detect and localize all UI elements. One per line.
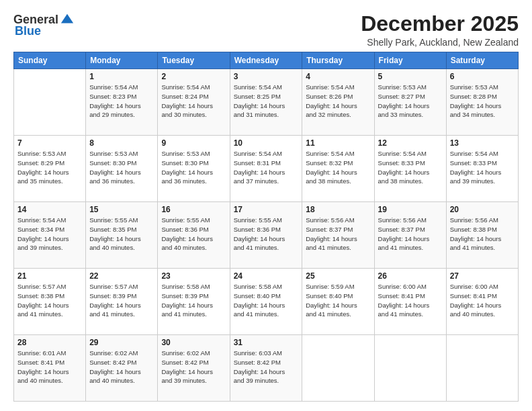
- title-block: December 2025 Shelly Park, Auckland, New…: [361, 12, 519, 48]
- day-number: 9: [161, 138, 226, 148]
- day-of-week-thursday: Thursday: [302, 52, 374, 69]
- day-of-week-saturday: Saturday: [446, 52, 518, 69]
- logo-icon: [60, 12, 75, 27]
- calendar-week-row: 28Sunrise: 6:01 AMSunset: 8:41 PMDayligh…: [14, 335, 519, 402]
- day-info: Sunrise: 6:02 AMSunset: 8:42 PMDaylight:…: [161, 349, 226, 385]
- calendar-week-row: 21Sunrise: 5:57 AMSunset: 8:38 PMDayligh…: [14, 269, 519, 335]
- day-info: Sunrise: 5:54 AMSunset: 8:25 PMDaylight:…: [234, 83, 299, 120]
- day-number: 3: [234, 72, 299, 81]
- location: Shelly Park, Auckland, New Zealand: [361, 37, 519, 48]
- logo: General Blue: [13, 12, 75, 38]
- calendar-cell: 23Sunrise: 5:58 AMSunset: 8:39 PMDayligh…: [158, 269, 230, 335]
- day-number: 22: [89, 271, 154, 281]
- day-number: 29: [89, 338, 154, 347]
- calendar-cell: 25Sunrise: 5:59 AMSunset: 8:40 PMDayligh…: [302, 269, 374, 335]
- calendar-cell: 18Sunrise: 5:56 AMSunset: 8:37 PMDayligh…: [302, 202, 374, 269]
- calendar-cell: 13Sunrise: 5:54 AMSunset: 8:33 PMDayligh…: [446, 136, 518, 202]
- day-info: Sunrise: 5:55 AMSunset: 8:36 PMDaylight:…: [234, 216, 299, 253]
- page: General Blue December 2025 Shelly Park, …: [0, 0, 532, 411]
- day-info: Sunrise: 5:57 AMSunset: 8:39 PMDaylight:…: [89, 282, 154, 319]
- day-number: 7: [17, 138, 82, 148]
- day-info: Sunrise: 5:54 AMSunset: 8:26 PMDaylight:…: [306, 83, 370, 120]
- calendar-cell: 17Sunrise: 5:55 AMSunset: 8:36 PMDayligh…: [230, 202, 302, 269]
- calendar-cell: 19Sunrise: 5:56 AMSunset: 8:37 PMDayligh…: [374, 202, 446, 269]
- day-number: 15: [89, 205, 154, 214]
- calendar-cell: 22Sunrise: 5:57 AMSunset: 8:39 PMDayligh…: [86, 269, 158, 335]
- calendar-week-row: 14Sunrise: 5:54 AMSunset: 8:34 PMDayligh…: [14, 202, 519, 269]
- day-info: Sunrise: 5:53 AMSunset: 8:28 PMDaylight:…: [450, 83, 515, 120]
- calendar-cell: [302, 335, 374, 402]
- day-number: 23: [161, 271, 226, 281]
- day-info: Sunrise: 6:00 AMSunset: 8:41 PMDaylight:…: [450, 282, 515, 319]
- calendar-header-row: SundayMondayTuesdayWednesdayThursdayFrid…: [14, 52, 519, 69]
- day-of-week-monday: Monday: [86, 52, 158, 69]
- day-number: 27: [450, 271, 515, 281]
- day-number: 18: [306, 205, 370, 214]
- day-info: Sunrise: 5:54 AMSunset: 8:32 PMDaylight:…: [306, 149, 370, 186]
- day-info: Sunrise: 5:58 AMSunset: 8:40 PMDaylight:…: [234, 282, 299, 319]
- calendar-cell: 30Sunrise: 6:02 AMSunset: 8:42 PMDayligh…: [158, 335, 230, 402]
- day-of-week-tuesday: Tuesday: [158, 52, 230, 69]
- day-info: Sunrise: 5:54 AMSunset: 8:34 PMDaylight:…: [17, 216, 82, 253]
- day-info: Sunrise: 5:53 AMSunset: 8:27 PMDaylight:…: [378, 83, 443, 120]
- day-info: Sunrise: 5:59 AMSunset: 8:40 PMDaylight:…: [306, 282, 370, 319]
- calendar-cell: 14Sunrise: 5:54 AMSunset: 8:34 PMDayligh…: [14, 202, 86, 269]
- logo-blue-text: Blue: [15, 24, 41, 38]
- day-number: 25: [306, 271, 370, 281]
- day-info: Sunrise: 6:01 AMSunset: 8:41 PMDaylight:…: [17, 349, 82, 385]
- calendar-cell: 12Sunrise: 5:54 AMSunset: 8:33 PMDayligh…: [374, 136, 446, 202]
- day-info: Sunrise: 5:53 AMSunset: 8:30 PMDaylight:…: [89, 149, 154, 186]
- day-number: 21: [17, 271, 82, 281]
- day-number: 6: [450, 72, 515, 81]
- calendar-cell: 27Sunrise: 6:00 AMSunset: 8:41 PMDayligh…: [446, 269, 518, 335]
- day-info: Sunrise: 6:02 AMSunset: 8:42 PMDaylight:…: [89, 349, 154, 385]
- day-number: 4: [306, 72, 370, 81]
- calendar-cell: 11Sunrise: 5:54 AMSunset: 8:32 PMDayligh…: [302, 136, 374, 202]
- day-number: 28: [17, 338, 82, 347]
- day-of-week-wednesday: Wednesday: [230, 52, 302, 69]
- calendar-cell: 8Sunrise: 5:53 AMSunset: 8:30 PMDaylight…: [86, 136, 158, 202]
- calendar-cell: 29Sunrise: 6:02 AMSunset: 8:42 PMDayligh…: [86, 335, 158, 402]
- day-info: Sunrise: 5:53 AMSunset: 8:30 PMDaylight:…: [161, 149, 226, 186]
- day-number: 5: [378, 72, 443, 81]
- svg-marker-0: [61, 14, 73, 24]
- day-number: 17: [234, 205, 299, 214]
- calendar-cell: 20Sunrise: 5:56 AMSunset: 8:38 PMDayligh…: [446, 202, 518, 269]
- calendar-cell: 2Sunrise: 5:54 AMSunset: 8:24 PMDaylight…: [158, 69, 230, 136]
- calendar-cell: 28Sunrise: 6:01 AMSunset: 8:41 PMDayligh…: [14, 335, 86, 402]
- day-info: Sunrise: 5:53 AMSunset: 8:29 PMDaylight:…: [17, 149, 82, 186]
- day-number: 26: [378, 271, 443, 281]
- calendar-cell: 9Sunrise: 5:53 AMSunset: 8:30 PMDaylight…: [158, 136, 230, 202]
- calendar-cell: 16Sunrise: 5:55 AMSunset: 8:36 PMDayligh…: [158, 202, 230, 269]
- day-number: 10: [234, 138, 299, 148]
- calendar-cell: [374, 335, 446, 402]
- calendar-cell: 1Sunrise: 5:54 AMSunset: 8:23 PMDaylight…: [86, 69, 158, 136]
- day-number: 30: [161, 338, 226, 347]
- day-info: Sunrise: 5:55 AMSunset: 8:35 PMDaylight:…: [89, 216, 154, 253]
- day-info: Sunrise: 5:54 AMSunset: 8:23 PMDaylight:…: [89, 83, 154, 120]
- calendar-cell: 6Sunrise: 5:53 AMSunset: 8:28 PMDaylight…: [446, 69, 518, 136]
- day-number: 12: [378, 138, 443, 148]
- calendar-week-row: 7Sunrise: 5:53 AMSunset: 8:29 PMDaylight…: [14, 136, 519, 202]
- day-number: 13: [450, 138, 515, 148]
- day-info: Sunrise: 5:57 AMSunset: 8:38 PMDaylight:…: [17, 282, 82, 319]
- day-number: 11: [306, 138, 370, 148]
- day-number: 16: [161, 205, 226, 214]
- calendar-cell: 3Sunrise: 5:54 AMSunset: 8:25 PMDaylight…: [230, 69, 302, 136]
- day-info: Sunrise: 5:56 AMSunset: 8:37 PMDaylight:…: [306, 216, 370, 253]
- day-info: Sunrise: 5:56 AMSunset: 8:37 PMDaylight:…: [378, 216, 443, 253]
- calendar-cell: 7Sunrise: 5:53 AMSunset: 8:29 PMDaylight…: [14, 136, 86, 202]
- day-of-week-friday: Friday: [374, 52, 446, 69]
- day-number: 1: [89, 72, 154, 81]
- day-info: Sunrise: 5:55 AMSunset: 8:36 PMDaylight:…: [161, 216, 226, 253]
- calendar-cell: 26Sunrise: 6:00 AMSunset: 8:41 PMDayligh…: [374, 269, 446, 335]
- calendar-cell: 15Sunrise: 5:55 AMSunset: 8:35 PMDayligh…: [86, 202, 158, 269]
- calendar: SundayMondayTuesdayWednesdayThursdayFrid…: [13, 52, 519, 402]
- day-number: 2: [161, 72, 226, 81]
- day-info: Sunrise: 5:54 AMSunset: 8:33 PMDaylight:…: [450, 149, 515, 186]
- calendar-cell: [446, 335, 518, 402]
- day-info: Sunrise: 6:03 AMSunset: 8:42 PMDaylight:…: [234, 349, 299, 385]
- day-number: 20: [450, 205, 515, 214]
- calendar-cell: 21Sunrise: 5:57 AMSunset: 8:38 PMDayligh…: [14, 269, 86, 335]
- header: General Blue December 2025 Shelly Park, …: [13, 12, 519, 48]
